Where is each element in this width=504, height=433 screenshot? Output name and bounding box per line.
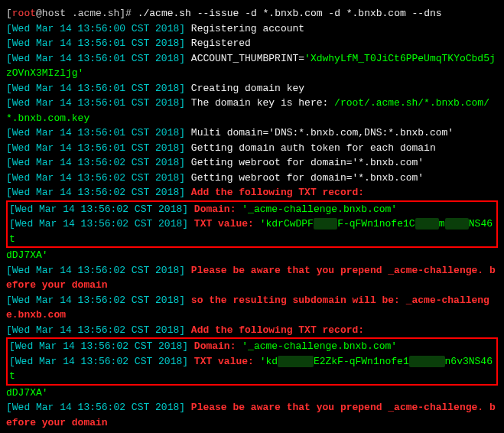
msg-registered: Registered [191, 37, 251, 49]
redacted-text: xxxx [314, 218, 337, 230]
txt-tail: dDJ7XA' [6, 387, 48, 399]
domain-value: '_acme-challenge.bnxb.com' [242, 340, 397, 352]
log-line: [Wed Mar 14 13:56:01 CST 2018] Registere… [6, 36, 498, 51]
msg-auth-token: Getting domain auth token for each domai… [191, 142, 436, 154]
log-line: dDJ7XA' [6, 248, 498, 263]
timestamp: [Wed Mar 14 13:56:02 CST 2018] [6, 324, 185, 336]
timestamp: [Wed Mar 14 13:56:02 CST 2018] [9, 340, 188, 352]
redacted-text: xxxxxx [278, 356, 314, 367]
txt-tail: dDJ7XA' [6, 249, 48, 261]
key-here-label: The domain key is here: [191, 97, 334, 109]
command-text: ./acme.sh --issue -d *.bnxb.com -d *.bnx… [138, 8, 442, 19]
txt-val-part: m [439, 218, 445, 230]
timestamp: [Wed Mar 14 13:56:01 CST 2018] [6, 53, 185, 64]
msg-multi-domain: Multi domain='DNS:*.bnxb.com,DNS:*.bnxb.… [191, 127, 454, 138]
timestamp: [Wed Mar 14 13:56:01 CST 2018] [6, 97, 185, 109]
prompt-dir: .acme.sh [72, 8, 119, 19]
msg-add-txt: Add the following TXT record: [191, 187, 364, 198]
log-line: [Wed Mar 14 13:56:02 CST 2018] Please be… [6, 263, 498, 293]
timestamp: [Wed Mar 14 13:56:02 CST 2018] [6, 265, 185, 276]
log-line: [Wed Mar 14 13:56:01 CST 2018] The domai… [6, 96, 498, 125]
log-line: [Wed Mar 14 13:56:02 CST 2018] TXT value… [9, 216, 495, 246]
log-line: [Wed Mar 14 13:56:02 CST 2018] TXT value… [9, 354, 495, 384]
log-line: [Wed Mar 14 13:56:00 CST 2018] Registeri… [6, 21, 498, 37]
txt-val-part: E2ZkF-qFWn1nofe1 [314, 356, 409, 367]
msg-registering: Registering account [191, 23, 304, 34]
timestamp: [Wed Mar 14 13:56:00 CST 2018] [6, 23, 185, 34]
log-line: [Wed Mar 14 13:56:01 CST 2018] Creating … [6, 81, 498, 96]
domain-label: Domain: [194, 203, 242, 215]
txt-label: TXT value: [194, 218, 260, 230]
timestamp: [Wed Mar 14 13:56:01 CST 2018] [6, 37, 185, 49]
log-line: [Wed Mar 14 13:56:02 CST 2018] so the re… [6, 430, 498, 433]
redacted-text: xxxx [445, 218, 469, 230]
domain-label: Domain: [194, 340, 242, 352]
msg-creating-key: Creating domain key [191, 83, 304, 94]
prompt-host: host [42, 8, 66, 19]
txt-val-part: 'kdrCwDPF [260, 218, 314, 230]
log-line: [Wed Mar 14 13:56:01 CST 2018] Multi dom… [6, 125, 498, 141]
log-line: [Wed Mar 14 13:56:02 CST 2018] Add the f… [6, 185, 498, 200]
timestamp: [Wed Mar 14 13:56:01 CST 2018] [6, 127, 185, 138]
log-line: [Wed Mar 14 13:56:01 CST 2018] ACCOUNT_T… [6, 51, 498, 81]
timestamp: [Wed Mar 14 13:56:02 CST 2018] [6, 157, 185, 168]
timestamp: [Wed Mar 14 13:56:01 CST 2018] [6, 83, 185, 94]
highlight-box-1: [Wed Mar 14 13:56:02 CST 2018] Domain: '… [6, 200, 498, 249]
msg-add-txt: Add the following TXT record: [191, 324, 364, 336]
highlight-box-2: [Wed Mar 14 13:56:02 CST 2018] Domain: '… [6, 337, 498, 386]
log-line: dDJ7XA' [6, 386, 498, 401]
log-line: [Wed Mar 14 13:56:02 CST 2018] Domain: '… [9, 202, 495, 217]
msg-webroot2: Getting webroot for domain='*.bnxb.com' [191, 172, 424, 184]
prompt-user: root [12, 8, 36, 19]
timestamp: [Wed Mar 14 13:56:02 CST 2018] [6, 172, 185, 184]
log-line: [Wed Mar 14 13:56:02 CST 2018] Domain: '… [9, 339, 495, 354]
timestamp: [Wed Mar 14 13:56:02 CST 2018] [9, 356, 188, 367]
timestamp: [Wed Mar 14 13:56:02 CST 2018] [9, 218, 188, 230]
txt-label: TXT value: [194, 356, 260, 367]
txt-val-part: 'kd [260, 356, 278, 367]
timestamp: [Wed Mar 14 13:56:02 CST 2018] [9, 203, 188, 215]
log-line: [Wed Mar 14 13:56:02 CST 2018] Please be… [6, 400, 498, 430]
log-line: [Wed Mar 14 13:56:02 CST 2018] Add the f… [6, 323, 498, 338]
log-line: [Wed Mar 14 13:56:02 CST 2018] so the re… [6, 293, 498, 323]
prompt-line[interactable]: [root@host .acme.sh]# ./acme.sh --issue … [6, 6, 498, 21]
thumb-label: ACCOUNT_THUMBPRINT= [191, 53, 304, 64]
redacted-text: xxxx [415, 218, 439, 230]
timestamp: [Wed Mar 14 13:56:02 CST 2018] [6, 295, 185, 306]
redacted-text: xxxxxx [409, 356, 445, 367]
txt-val-part: F-qFWn1nofe1C [337, 218, 415, 230]
log-line: [Wed Mar 14 13:56:02 CST 2018] Getting w… [6, 171, 498, 186]
timestamp: [Wed Mar 14 13:56:02 CST 2018] [6, 187, 185, 198]
timestamp: [Wed Mar 14 13:56:01 CST 2018] [6, 142, 185, 154]
msg-webroot1: Getting webroot for domain='*.bnxb.com' [191, 157, 424, 168]
domain-value: '_acme-challenge.bnxb.com' [242, 203, 397, 215]
log-line: [Wed Mar 14 13:56:02 CST 2018] Getting w… [6, 155, 498, 171]
timestamp: [Wed Mar 14 13:56:02 CST 2018] [6, 402, 185, 413]
log-line: [Wed Mar 14 13:56:01 CST 2018] Getting d… [6, 141, 498, 156]
